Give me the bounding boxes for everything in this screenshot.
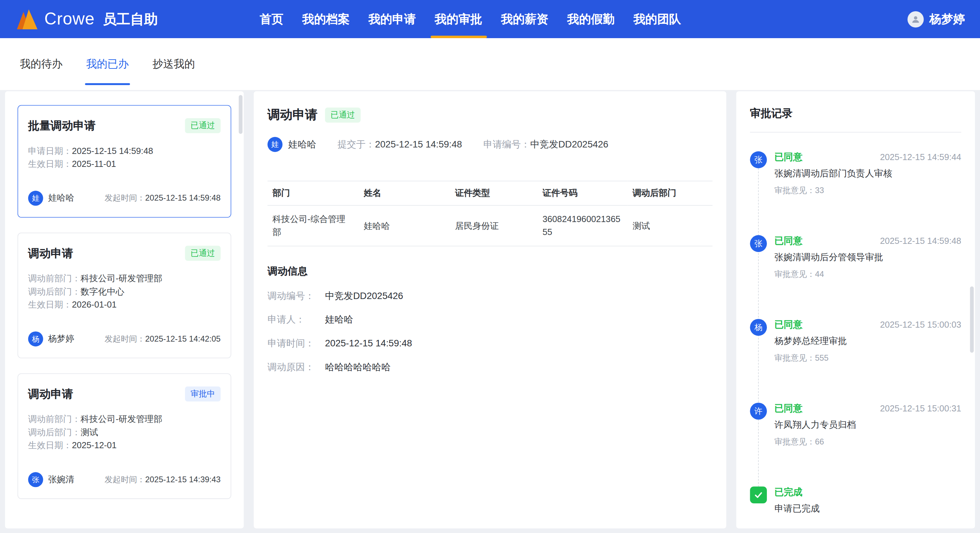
tab-my-todo[interactable]: 我的待办 (19, 38, 64, 90)
nav-item-my-requests[interactable]: 我的申请 (359, 0, 425, 38)
start-time-label: 发起时间： (105, 475, 145, 484)
brand[interactable]: Crowe 员工自助 (15, 9, 158, 29)
col-header: 证件类型 (450, 181, 538, 206)
table-cell: 娃哈哈 (359, 205, 450, 246)
card-field: 申请日期：2025-12-15 14:59:48 (28, 144, 221, 158)
approval-card[interactable]: 调动申请 审批中 调动前部门：科技公司-研发管理部 调动后部门：测试 生效日期：… (18, 373, 231, 499)
apply-no-label: 申请编号： (484, 139, 530, 149)
record-status: 已同意 (775, 235, 803, 247)
table-cell: 居民身份证 (450, 205, 538, 246)
right-panel-scrollbar[interactable] (970, 286, 974, 353)
info-label: 调动编号： (267, 290, 325, 302)
info-row: 申请时间：2025-12-15 14:59:48 (267, 338, 713, 349)
submitted-meta: 提交于：2025-12-15 14:59:48 (337, 139, 462, 150)
field-value: 科技公司-研发管理部 (81, 273, 162, 283)
card-start-time: 发起时间：2025-12-15 14:59:48 (105, 193, 221, 204)
completed-check-icon (750, 486, 767, 503)
record-comment: 审批意见：44 (775, 269, 961, 280)
start-time-value: 2025-12-15 14:42:05 (145, 334, 221, 343)
divider (750, 132, 961, 132)
card-field: 生效日期：2025-11-01 (28, 158, 221, 171)
table-cell: 科技公司-综合管理部 (267, 205, 359, 246)
tab-cc-to-me[interactable]: 抄送我的 (151, 38, 196, 90)
comment-value: 33 (815, 186, 824, 195)
nav-item-home[interactable]: 首页 (250, 0, 293, 38)
detail-header: 调动申请 已通过 (267, 106, 713, 123)
nav-item-my-attendance[interactable]: 我的假勤 (558, 0, 624, 38)
field-value: 2025-12-15 14:59:48 (72, 146, 153, 156)
info-row: 申请人：娃哈哈 (267, 314, 713, 326)
field-value: 2025-12-01 (72, 440, 117, 450)
record-comment: 审批意见：33 (775, 185, 961, 196)
table-cell: 360824196002136555 (538, 205, 627, 246)
comment-value: 66 (815, 437, 824, 447)
nav-item-my-salary[interactable]: 我的薪资 (492, 0, 558, 38)
approval-card[interactable]: 批量调动申请 已通过 申请日期：2025-12-15 14:59:48 生效日期… (18, 105, 231, 217)
field-value: 数字化中心 (81, 286, 124, 296)
nav-item-my-team[interactable]: 我的团队 (624, 0, 690, 38)
info-row: 调动原因：哈哈哈哈哈哈哈 (267, 361, 713, 373)
applicant-name: 娃哈哈 (288, 139, 316, 150)
left-panel-scrollbar[interactable] (239, 95, 242, 134)
approver-avatar: 张 (750, 151, 767, 168)
main-nav: 首页 我的档案 我的申请 我的审批 我的薪资 我的假勤 我的团队 (250, 0, 690, 38)
card-fields: 调动前部门：科技公司-研发管理部 调动后部门：测试 生效日期：2025-12-0… (28, 413, 221, 452)
apply-no-value: 中竞发DD2025426 (530, 139, 609, 149)
card-footer: 杨 杨梦婷 发起时间：2025-12-15 14:42:05 (28, 331, 221, 346)
user-menu[interactable]: 杨梦婷 (907, 11, 965, 27)
transfer-table: 部门 姓名 证件类型 证件号码 调动后部门 科技公司-综合管理部 娃哈哈 居民身… (267, 181, 713, 247)
field-label: 生效日期： (28, 440, 72, 450)
record-body: 已完成 申请已完成 (775, 486, 961, 515)
card-fields: 申请日期：2025-12-15 14:59:48 生效日期：2025-11-01 (28, 144, 221, 171)
card-field: 生效日期：2026-01-01 (28, 298, 221, 312)
apply-no-meta: 申请编号：中竞发DD2025426 (484, 139, 608, 150)
approval-record: 张 已同意 2025-12-15 14:59:48 张婉清调动后分管领导审批 审… (750, 235, 961, 280)
record-time: 2025-12-15 15:00:31 (880, 403, 961, 413)
submitted-label: 提交于： (337, 139, 375, 149)
record-body: 已同意 2025-12-15 14:59:44 张婉清调动后部门负责人审核 审批… (775, 151, 961, 196)
nav-item-my-profile[interactable]: 我的档案 (293, 0, 359, 38)
card-footer: 娃 娃哈哈 发起时间：2025-12-15 14:59:48 (28, 191, 221, 206)
detail-status-badge: 已通过 (325, 107, 361, 122)
col-header: 调动后部门 (627, 181, 713, 206)
field-value: 2025-11-01 (72, 159, 116, 169)
table-row: 科技公司-综合管理部 娃哈哈 居民身份证 360824196002136555 … (267, 205, 713, 246)
approver-avatar: 许 (750, 402, 767, 420)
record-time: 2025-12-15 15:00:03 (880, 319, 961, 329)
card-field: 生效日期：2025-12-01 (28, 439, 221, 452)
col-header: 姓名 (359, 181, 450, 206)
card-footer: 张 张婉清 发起时间：2025-12-15 14:39:43 (28, 472, 221, 487)
record-status: 已同意 (775, 402, 803, 415)
approver-avatar: 张 (750, 235, 767, 252)
approval-card[interactable]: 调动申请 已通过 调动前部门：科技公司-研发管理部 调动后部门：数字化中心 生效… (18, 233, 231, 358)
applicant-name: 杨梦婷 (48, 334, 74, 345)
start-time-value: 2025-12-15 14:39:43 (145, 475, 221, 484)
record-comment: 审批意见：555 (775, 353, 961, 364)
applicant-avatar: 娃 (28, 191, 43, 206)
content-area: 批量调动申请 已通过 申请日期：2025-12-15 14:59:48 生效日期… (0, 90, 980, 533)
comment-value: 44 (815, 270, 824, 279)
card-title: 调动申请 (28, 386, 73, 402)
record-description: 杨梦婷总经理审批 (775, 335, 961, 347)
record-body: 已同意 2025-12-15 15:00:03 杨梦婷总经理审批 审批意见：55… (775, 319, 961, 364)
start-time-value: 2025-12-15 14:59:48 (145, 193, 221, 203)
record-status: 已同意 (775, 151, 803, 163)
detail-applicant-row: 娃 娃哈哈 提交于：2025-12-15 14:59:48 申请编号：中竞发DD… (267, 137, 713, 152)
field-label: 调动前部门： (28, 414, 81, 424)
record-description: 张婉清调动后分管领导审批 (775, 251, 961, 263)
field-value: 科技公司-研发管理部 (81, 414, 162, 424)
status-badge: 审批中 (185, 386, 221, 402)
brand-name: Crowe (44, 10, 95, 29)
info-label: 调动原因： (267, 361, 325, 373)
card-head: 调动申请 审批中 (28, 386, 221, 402)
nav-item-my-approvals[interactable]: 我的审批 (425, 0, 492, 38)
approval-record-final: 已完成 申请已完成 (750, 486, 961, 515)
record-status: 已完成 (775, 486, 803, 498)
table-cell: 测试 (627, 205, 713, 246)
record-status: 已同意 (775, 319, 803, 331)
card-field: 调动后部门：数字化中心 (28, 285, 221, 298)
comment-label: 审批意见： (775, 353, 815, 363)
tab-my-done[interactable]: 我的已办 (85, 38, 130, 90)
approval-record: 杨 已同意 2025-12-15 15:00:03 杨梦婷总经理审批 审批意见：… (750, 319, 961, 364)
field-label: 生效日期： (28, 299, 72, 309)
